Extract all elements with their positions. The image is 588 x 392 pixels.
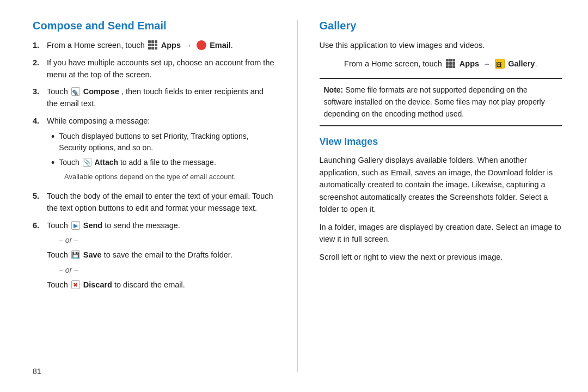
apps-label: Apps — [161, 41, 181, 50]
gallery-intro: Use this application to view images and … — [320, 40, 562, 52]
or-line-1: – or – — [59, 235, 275, 246]
sub-item-1: • Touch displayed buttons to set Priorit… — [51, 131, 275, 154]
step-4-sublist: • Touch displayed buttons to set Priorit… — [51, 131, 275, 182]
send-icon: ▶ — [71, 221, 80, 230]
page-content: Compose and Send Email 1. From a Home sc… — [0, 0, 588, 392]
save-label: Save — [83, 250, 102, 259]
discard-label: Discard — [83, 280, 112, 289]
sub-note-text: Available options depend on the type of … — [64, 171, 236, 182]
step-6-text-after: to send the message. — [105, 221, 180, 230]
apps-grid-icon-right — [446, 59, 456, 69]
note-label: Note: — [324, 85, 344, 94]
attach-label: Attach — [94, 158, 118, 167]
gallery-apps-label: Apps — [460, 59, 479, 68]
step-3-num: 3. — [33, 86, 45, 98]
view-images-para-1: Launching Gallery displays available fol… — [320, 154, 562, 215]
step-6-content: Touch ▶ Send to send the message. – or –… — [47, 220, 275, 291]
send-label: Send — [83, 221, 102, 230]
step-6-num: 6. — [33, 220, 45, 232]
bullet-2: • — [51, 158, 54, 168]
step-1-num: 1. — [33, 40, 45, 52]
view-images-body: Launching Gallery displays available fol… — [320, 154, 562, 263]
view-images-title: View Images — [320, 136, 562, 148]
note-text: Some file formats are not supported depe… — [324, 85, 545, 118]
step-6: 6. Touch ▶ Send to send the message. – o… — [33, 220, 275, 291]
sub-item-1-text: Touch displayed buttons to set Priority,… — [59, 131, 275, 154]
right-section-title: Gallery — [320, 20, 562, 32]
note-box: Note: Some file formats are not supporte… — [320, 78, 562, 126]
step-4-content: While composing a message: • Touch displ… — [47, 115, 275, 185]
gallery-apps-instruction: From a Home screen, touch Apps → Gallery… — [320, 57, 562, 71]
step-2-num: 2. — [33, 57, 45, 69]
right-column: Gallery Use this application to view ima… — [297, 20, 562, 372]
save-line: Touch 💾 Save to save the email to the Dr… — [47, 249, 275, 261]
step-5: 5. Touch the body of the email to enter … — [33, 191, 275, 215]
step-list: 1. From a Home screen, touch Apps → Emai… — [33, 40, 275, 291]
discard-line: Touch ✖ Discard to discard the email. — [47, 279, 275, 291]
step-1-text-before: From a Home screen, touch — [47, 41, 147, 50]
gallery-label: Gallery — [508, 59, 535, 68]
step-3: 3. Touch ✎ Compose , then touch fields t… — [33, 86, 275, 110]
email-label: Email — [210, 41, 231, 50]
step-3-content: Touch ✎ Compose , then touch fields to e… — [47, 86, 275, 110]
step-5-content: Touch the body of the email to enter the… — [47, 191, 275, 215]
gallery-arrow: → — [483, 60, 490, 68]
step-2: 2. If you have multiple accounts set up,… — [33, 57, 275, 81]
save-icon: 💾 — [71, 250, 80, 259]
step-5-num: 5. — [33, 191, 45, 203]
step-4: 4. While composing a message: • Touch di… — [33, 115, 275, 185]
email-icon — [197, 40, 206, 50]
view-images-para-2: In a folder, images are displayed by cre… — [320, 221, 562, 246]
sub-item-2: • Touch 📎 Attach to add a file to the me… — [51, 157, 275, 168]
sub-note-item: Available options depend on the type of … — [64, 171, 275, 182]
attach-icon: 📎 — [83, 158, 91, 167]
step-1-content: From a Home screen, touch Apps → Email. — [47, 40, 275, 52]
view-images-para-3: Scroll left or right to view the next or… — [320, 251, 562, 263]
step-1: 1. From a Home screen, touch Apps → Emai… — [33, 40, 275, 52]
gallery-instruction-before: From a Home screen, touch — [344, 59, 442, 68]
step-6-text-before: Touch — [47, 221, 70, 230]
arrow-1: → — [185, 41, 192, 50]
step-2-content: If you have multiple accounts set up, ch… — [47, 57, 275, 81]
page-number: 81 — [33, 367, 41, 376]
sub-item-2-text: Touch 📎 Attach to add a file to the mess… — [59, 157, 216, 168]
step-4-num: 4. — [33, 115, 45, 127]
bullet-1: • — [51, 132, 54, 142]
apps-grid-icon — [148, 40, 158, 50]
step-4-text: While composing a message: — [47, 117, 150, 125]
compose-label: Compose — [83, 87, 119, 96]
left-column: Compose and Send Email 1. From a Home sc… — [33, 20, 275, 372]
discard-icon: ✖ — [71, 280, 80, 289]
step-3-text-before: Touch — [47, 87, 70, 96]
left-section-title: Compose and Send Email — [33, 20, 275, 32]
or-line-2: – or – — [59, 265, 275, 276]
gallery-icon — [495, 59, 505, 69]
compose-icon: ✎ — [71, 87, 80, 96]
